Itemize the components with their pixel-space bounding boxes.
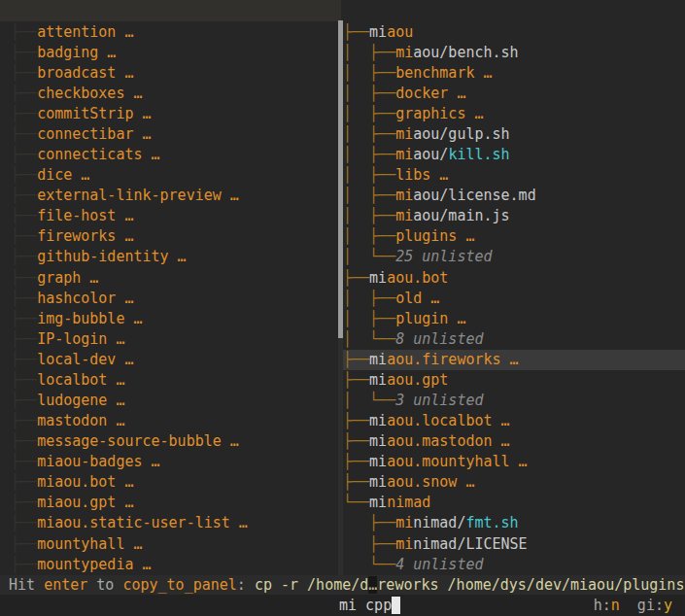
tree-row[interactable]: ├──attention … xyxy=(0,22,338,43)
tree-row-selected[interactable]: ├──miaou.fireworks … xyxy=(343,350,685,370)
text-segment: github-identity … xyxy=(37,248,187,265)
tree-row[interactable]: ├──miaou.localbot … xyxy=(343,411,685,431)
tree-row[interactable]: ├──fireworks … xyxy=(0,226,338,247)
text-segment: … xyxy=(368,576,377,594)
text-segment: nimad/ xyxy=(413,514,465,531)
tree-row[interactable]: ├──miaou xyxy=(343,22,685,43)
tree-row[interactable]: ├──miaou.mountyhall … xyxy=(343,452,685,472)
tree-row[interactable]: ├──commitStrip … xyxy=(0,104,338,124)
text-segment: enter xyxy=(44,576,87,594)
tree-row[interactable]: │ ├──miaou/main.js xyxy=(343,206,685,226)
tree-row[interactable]: └──4 unlisted xyxy=(343,555,685,575)
tree-row[interactable]: ├──badging … xyxy=(0,43,338,63)
tree-row[interactable]: │ ├──miaou/kill.sh xyxy=(343,145,685,165)
text-segment: ├── xyxy=(343,453,369,470)
text-segment: message-source-bubble … xyxy=(37,432,239,450)
tree-row[interactable]: │ ├──benchmark … xyxy=(343,63,685,84)
text-segment: aou.fireworks … xyxy=(387,351,518,368)
tree-row[interactable]: │ ├──miaou/license.md xyxy=(343,186,685,206)
tree-row[interactable]: ├──hashcolor … xyxy=(0,289,338,309)
tree-row[interactable]: │ └──3 unlisted xyxy=(343,391,685,411)
tree-row[interactable]: │ ├──libs … xyxy=(343,165,685,186)
command-input[interactable]: mi cpp xyxy=(339,595,400,616)
tree-row[interactable]: ├──miaou.bot … xyxy=(0,472,338,493)
text-segment: ├── xyxy=(2,351,37,368)
text-segment: ├── xyxy=(343,23,369,41)
text-segment: ├── xyxy=(2,535,37,553)
tree-row[interactable]: ├──broadcast … xyxy=(0,63,338,84)
text-segment: aou.mountyhall … xyxy=(387,453,528,470)
text-segment: └── xyxy=(343,556,395,573)
text-segment: file-host … xyxy=(37,207,133,224)
tree-row[interactable]: │ ├──old … xyxy=(343,289,685,309)
text-segment: ├── xyxy=(343,351,369,368)
text-segment: reworks /home/dys/dev/miaou/plugins xyxy=(377,576,684,594)
text-segment: ├── xyxy=(2,556,37,573)
text-segment: aou/main.js xyxy=(413,207,509,224)
tree-row[interactable]: │ ├──miaou/bench.sh xyxy=(343,43,685,63)
tree-row[interactable]: │ ├──graphics … xyxy=(343,104,685,124)
tree-row[interactable]: ├──connectibar … xyxy=(0,124,338,145)
tree-row[interactable]: └──minimad xyxy=(343,493,685,513)
text-segment: │ ├── xyxy=(343,44,395,61)
tree-row[interactable]: ├──github-identity … xyxy=(0,247,338,267)
tree-row[interactable]: ├──IP-login … xyxy=(0,329,338,350)
text-segment: ├── xyxy=(2,453,37,470)
text-segment: copy_to_panel xyxy=(122,576,236,594)
tree-row[interactable]: │ ├──plugin … xyxy=(343,309,685,329)
text-segment: cp -r /home/d xyxy=(255,576,368,594)
tree-row[interactable]: ├──localbot … xyxy=(0,370,338,391)
tree-row[interactable]: ├──local-dev … xyxy=(0,350,338,370)
tree-row[interactable]: ├──external-link-preview … xyxy=(0,186,338,206)
tree-row[interactable]: ├──miaou.bot xyxy=(343,268,685,289)
tree-row[interactable]: ├──miaou.static-user-list … xyxy=(0,513,338,533)
text-segment: │ └── xyxy=(343,392,395,409)
tree-row[interactable]: │ ├──miaou/gulp.sh xyxy=(343,124,685,145)
text-segment: ├── xyxy=(2,207,37,224)
text-segment: ├── xyxy=(2,473,37,491)
text-segment: ├── xyxy=(2,330,37,348)
text-segment: 8 unlisted xyxy=(395,330,483,348)
text-segment: aou.gpt xyxy=(387,371,448,389)
left-panel-tree: ├──attention … ├──badging … ├──broadcast… xyxy=(0,21,338,575)
tree-row[interactable]: ├──miaou.gpt xyxy=(343,370,685,391)
text-segment: img-bubble … xyxy=(37,310,142,327)
text-segment: fireworks … xyxy=(37,227,133,245)
tree-row[interactable]: ├──img-bubble … xyxy=(0,309,338,329)
text-segment: │ ├── xyxy=(343,227,395,245)
tree-row[interactable]: ├──ludogene … xyxy=(0,391,338,411)
tree-row[interactable]: ├──connecticats … xyxy=(0,145,338,165)
text-segment: graph … xyxy=(37,269,98,287)
text-segment: to xyxy=(87,576,122,594)
text-segment: ├── xyxy=(2,227,37,245)
text-segment: n xyxy=(611,597,620,614)
tree-row[interactable]: │ ├──docker … xyxy=(343,84,685,104)
text-segment: mi xyxy=(369,432,387,450)
tree-row[interactable]: ├──file-host … xyxy=(0,206,338,226)
text-segment: ├── xyxy=(2,514,37,531)
tree-row[interactable]: ├──minimad/fmt.sh xyxy=(343,513,685,533)
tree-row[interactable]: ├──miaou.snow … xyxy=(343,472,685,493)
tree-row[interactable]: ├──graph … xyxy=(0,268,338,289)
tree-row[interactable]: ├──miaou.mastodon … xyxy=(343,431,685,452)
text-segment: ├── xyxy=(343,514,395,531)
tree-row[interactable]: ├──mountypedia … xyxy=(0,555,338,575)
text-segment: mi xyxy=(395,207,413,224)
text-segment: │ └── xyxy=(343,330,395,348)
text-segment: ├── xyxy=(2,412,37,429)
tree-row[interactable]: ├──message-source-bubble … xyxy=(0,431,338,452)
text-segment: │ ├── xyxy=(343,105,395,122)
tree-row[interactable]: │ └──8 unlisted xyxy=(343,329,685,350)
text-cursor xyxy=(392,597,400,614)
text-segment: ludogene … xyxy=(37,392,124,409)
tree-row[interactable]: │ └──25 unlisted xyxy=(343,247,685,267)
tree-row[interactable]: │ ├──plugins … xyxy=(343,226,685,247)
text-segment: old … xyxy=(395,290,439,307)
tree-row[interactable]: ├──minimad/LICENSE xyxy=(343,534,685,555)
tree-row[interactable]: ├──mastodon … xyxy=(0,411,338,431)
tree-row[interactable]: ├──checkboxes … xyxy=(0,84,338,104)
tree-row[interactable]: ├──miaou-badges … xyxy=(0,452,338,472)
tree-row[interactable]: ├──dice … xyxy=(0,165,338,186)
tree-row[interactable]: ├──mountyhall … xyxy=(0,534,338,555)
tree-row[interactable]: ├──miaou.gpt … xyxy=(0,493,338,513)
